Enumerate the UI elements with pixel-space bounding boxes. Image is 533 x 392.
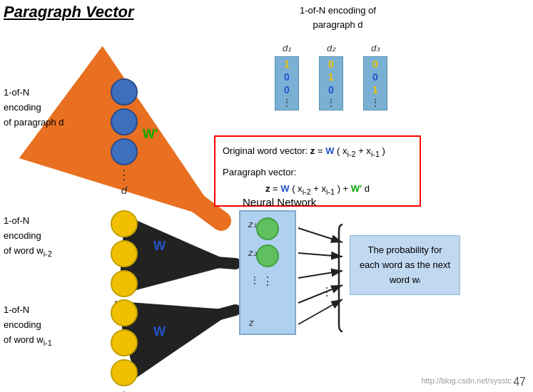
svg-line-8 [298,271,342,278]
yellow-circle-2-3 [111,359,138,386]
enc-val-1-2: 0 [284,71,290,83]
enc-col-2: d₂ 0 1 0 ⋮ [319,43,343,110]
enc-col-1: d₁ 1 0 0 ⋮ [275,43,299,110]
enc-val-3-2: 0 [372,71,378,83]
yellow-dots-2: ⋮ [119,389,129,392]
label-encoding-top-right: 1-of-N encoding of paragraph d [300,4,376,31]
enc-col-1-box: 1 0 0 ⋮ [275,56,299,110]
nn-label: Neural Network [243,196,316,208]
page-title: Paragraph Vector [4,3,134,21]
svg-line-10 [298,299,342,324]
label-word-1: 1-of-Nencodingof word wi-2 [4,214,52,260]
enc-dots-3: ⋮ [370,97,380,108]
nn-box: ⋮ [239,210,296,335]
encoding-group-top: d₁ 1 0 0 ⋮ d₂ 0 1 0 ⋮ d₃ 0 0 1 ⋮ [275,43,387,110]
nn-zdots-label: ⋮ [250,274,260,286]
yellow-circle-1-1 [111,210,138,237]
yellow-circle-group-2: ⋮ xi-1 [111,299,138,392]
nn-green-circle-1 [256,217,279,240]
formula-line-1: Original word vector: z = W ( xi-2 + xi-… [223,143,412,161]
enc-col-1-label: d₁ [283,43,291,53]
svg-line-9 [298,285,342,303]
label-word-2: 1-of-Nencodingof word wi-1 [4,303,52,349]
w-label-2: W [153,324,166,339]
svg-line-4 [143,257,235,264]
enc-val-1-1: 1 [284,58,290,70]
enc-val-2-2: 1 [328,71,334,83]
svg-line-7 [298,253,342,257]
nn-z-label: z [249,317,254,328]
enc-col-2-label: d₂ [327,43,335,53]
blue-circle-2 [111,108,138,135]
enc-val-2-3: 0 [328,84,334,96]
enc-col-3-box: 0 0 1 ⋮ [363,56,387,110]
blue-circle-column: ⋮ d [111,78,138,196]
svg-line-3 [130,153,221,221]
yellow-circle-2-2 [111,329,138,356]
enc-val-2-1: 0 [328,58,334,70]
nn-z2-label: z₂ [248,247,257,258]
formula-line-2: Paragraph vector: [223,164,412,180]
yellow-circle-1-2 [111,240,138,267]
blue-dots: ⋮ [118,168,131,181]
svg-line-6 [298,228,342,242]
enc-col-3-label: d₃ [371,43,380,53]
enc-val-3-1: 0 [372,58,378,70]
enc-dots-2: ⋮ [326,97,336,108]
yellow-circle-1-3 [111,270,138,297]
wprime-label: W' [143,127,158,142]
nn-green-circle-2 [256,244,279,267]
enc-dots-1: ⋮ [282,97,292,108]
blue-d-label: d [121,184,127,196]
enc-col-2-box: 0 1 0 ⋮ [319,56,343,110]
blue-circle-1 [111,78,138,105]
watermark-text: http://blog.csdn.net/sysstc [421,376,512,385]
nn-z1-label: z₁ [248,219,257,229]
label-one-of-n-para: 1-of-N encoding of paragraph d [4,86,64,130]
enc-col-3: d₃ 0 0 1 ⋮ [363,43,387,110]
blue-circle-3 [111,138,138,165]
blue-box-probability: The probability for each word as the nex… [350,235,460,295]
output-dots: ⋮ [321,285,333,299]
w-label-1: W [153,239,166,254]
yellow-circle-2-1 [111,299,138,326]
enc-val-1-3: 0 [284,84,290,96]
page-number: 47 [513,376,526,388]
enc-val-3-3: 1 [372,84,378,96]
nn-internal-dots: ⋮ [262,274,273,288]
